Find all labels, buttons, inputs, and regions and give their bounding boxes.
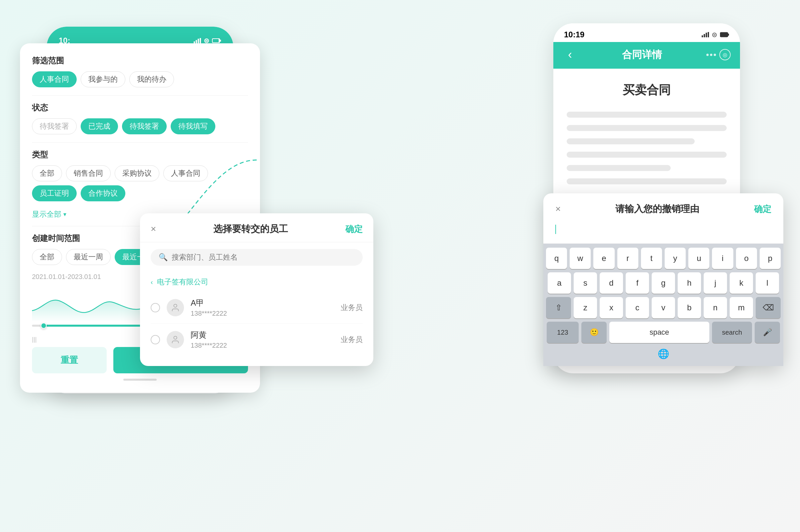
tag-type-cert[interactable]: 员工证明 [32,185,77,201]
show-all-label: 显示全部 [32,209,61,219]
svg-rect-1 [196,40,197,43]
emp-role-2: 业务员 [341,335,363,345]
key-123[interactable]: 123 [547,322,579,343]
svg-rect-9 [704,34,705,37]
tag-contract-type-3[interactable]: 我的待办 [129,71,174,87]
modal-employee-close[interactable]: × [151,224,156,234]
tag-status-fill[interactable]: 待我填写 [171,118,215,134]
tag-type-coop[interactable]: 合作协议 [81,185,125,201]
tag-contract-type-1[interactable]: 人事合同 [32,71,77,87]
key-x[interactable]: x [600,297,623,318]
cancel-modal-header: × 请输入您的撤销理由 确定 [543,193,783,221]
employee-row-1[interactable]: A甲 138****2222 业务员 [140,292,373,323]
kb-row-2: a s d f g h j k l [546,272,781,294]
contract-line-1 [567,112,727,118]
filter-range-title: 筛选范围 [32,55,248,66]
emp-name-1: A甲 [191,298,334,308]
tag-status-wait[interactable]: 待我签署 [32,118,77,134]
tag-type-purchase[interactable]: 采购协议 [115,165,159,181]
emp-info-1: A甲 138****2222 [191,298,334,317]
signal-icon-right [702,32,709,37]
key-c[interactable]: c [626,297,649,318]
key-q[interactable]: q [546,248,567,269]
pill [123,379,157,381]
chevron-left-icon: ‹ [151,278,153,286]
key-space[interactable]: space [609,322,709,343]
key-g[interactable]: g [652,272,675,294]
key-w[interactable]: w [570,248,591,269]
tag-status-done[interactable]: 已完成 [81,118,118,134]
tag-type-all[interactable]: 全部 [32,165,62,181]
key-v[interactable]: v [652,297,675,318]
key-j[interactable]: j [704,272,727,294]
circle-btn-right[interactable]: ◎ [719,49,731,60]
three-dots-right[interactable] [706,54,716,56]
back-button-right[interactable]: ‹ [563,48,577,62]
contract-line-6 [567,178,727,184]
tag-type-sales[interactable]: 销售合同 [66,165,111,181]
key-k[interactable]: k [730,272,753,294]
employee-search-box[interactable]: 🔍 [151,249,363,266]
key-b[interactable]: b [678,297,701,318]
filter-type-title: 类型 [32,149,248,160]
employee-search-input[interactable] [172,253,355,262]
key-shift[interactable]: ⇧ [546,297,571,318]
key-a[interactable]: a [548,272,571,294]
reset-button[interactable]: 重置 [32,347,107,373]
cancel-close-icon[interactable]: × [555,204,561,214]
key-z[interactable]: z [574,297,597,318]
filter-date-title: 创建时间范围 [32,233,80,244]
svg-rect-3 [200,38,201,43]
key-emoji[interactable]: 🙂 [581,322,607,343]
emp-radio-1[interactable] [151,303,160,312]
pill-indicator [32,379,248,381]
svg-rect-11 [708,32,709,37]
right-phone-header: ‹ 合同详情 ◎ [553,42,740,69]
tag-type-hr[interactable]: 人事合同 [163,165,208,181]
emp-name-2: 阿黄 [191,330,334,340]
tag-status-sign[interactable]: 待我签署 [122,118,167,134]
key-r[interactable]: r [617,248,638,269]
divider-1 [32,95,248,96]
cancel-confirm-btn[interactable]: 确定 [754,203,772,215]
range-handle-left[interactable] [41,323,47,329]
tag-date-week[interactable]: 最近一周 [66,249,111,265]
battery-icon-left [212,38,221,43]
key-l[interactable]: l [756,272,779,294]
key-t[interactable]: t [641,248,662,269]
tag-contract-type-2[interactable]: 我参与的 [81,71,125,87]
key-s[interactable]: s [574,272,597,294]
key-mic[interactable]: 🎤 [755,322,780,343]
signal-icon-left [194,38,201,43]
key-i[interactable]: i [712,248,733,269]
key-e[interactable]: e [593,248,614,269]
svg-rect-14 [721,33,727,36]
emp-radio-2[interactable] [151,335,160,344]
modal-employee-header: × 选择要转交的员工 确定 [140,213,373,242]
chevron-down-icon: ▾ [63,211,66,218]
wifi-icon-right: ⊜ [712,31,717,39]
key-n[interactable]: n [704,297,727,318]
contract-title: 买卖合同 [567,82,727,98]
key-backspace[interactable]: ⌫ [756,297,781,318]
globe-icon[interactable]: 🌐 [658,348,669,359]
contract-line-2 [567,125,727,131]
company-row[interactable]: ‹ 电子签有限公司 [140,272,373,292]
key-h[interactable]: h [678,272,701,294]
key-m[interactable]: m [730,297,753,318]
key-d[interactable]: d [600,272,623,294]
key-f[interactable]: f [626,272,649,294]
cancel-input-area[interactable] [543,221,783,244]
key-y[interactable]: y [665,248,686,269]
key-u[interactable]: u [688,248,709,269]
key-search[interactable]: search [712,322,752,343]
tag-date-all[interactable]: 全部 [32,249,62,265]
time-right: 10:19 [564,30,584,39]
right-header-actions: ◎ [706,49,731,60]
svg-rect-6 [213,39,219,42]
employee-row-2[interactable]: 阿黄 138****2222 业务员 [140,324,373,355]
modal-employee-confirm[interactable]: 确定 [345,223,363,235]
key-o[interactable]: o [736,248,757,269]
tick-left: ||| [32,336,37,343]
key-p[interactable]: p [760,248,781,269]
